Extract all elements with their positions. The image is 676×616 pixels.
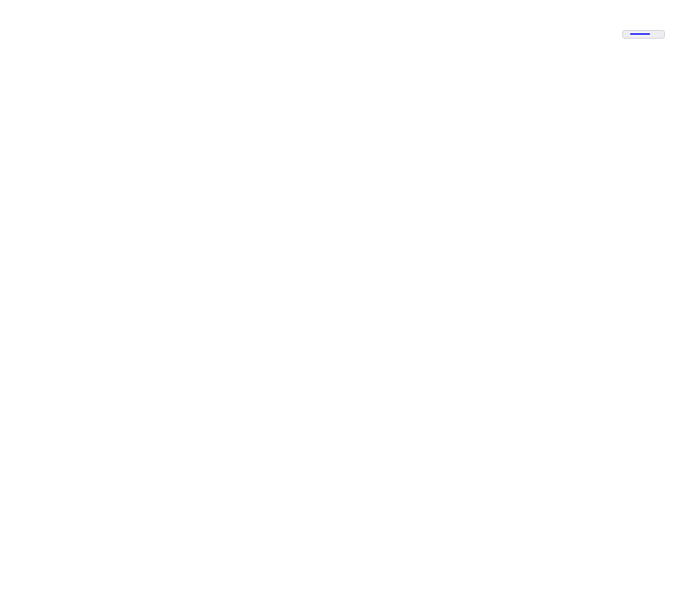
legend-line-swatch — [630, 33, 650, 35]
bottom-plot-area — [61, 301, 669, 573]
legend — [622, 30, 665, 39]
figure — [0, 0, 676, 616]
company-data-point — [57, 21, 65, 29]
zero-line — [61, 300, 669, 301]
top-plot-area — [61, 25, 669, 299]
bottom-grid-layer — [61, 301, 669, 573]
top-grid-layer — [61, 25, 669, 299]
